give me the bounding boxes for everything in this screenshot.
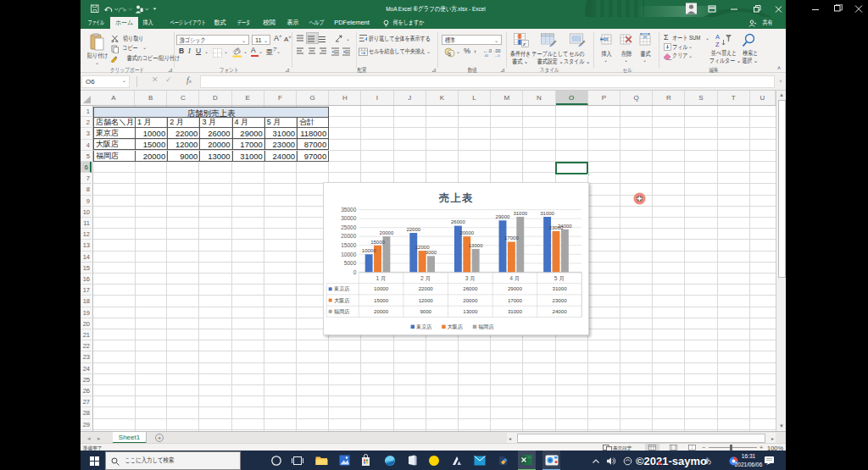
svg-text:10000: 10000 <box>374 285 389 291</box>
svg-text:福岡店: 福岡店 <box>334 308 350 315</box>
svg-text:20000: 20000 <box>341 233 356 239</box>
svg-text:2 月: 2 月 <box>420 275 431 282</box>
svg-text:23000: 23000 <box>553 297 568 303</box>
svg-text:.00: .00 <box>484 53 488 57</box>
svg-text:Z: Z <box>715 40 720 47</box>
svg-text:24000: 24000 <box>558 224 572 229</box>
svg-text:大阪店: 大阪店 <box>448 323 464 330</box>
svg-text:26000: 26000 <box>463 285 478 291</box>
svg-text:20000: 20000 <box>463 297 478 303</box>
svg-text:←.0: ←.0 <box>483 48 492 53</box>
svg-text:31000: 31000 <box>540 211 554 216</box>
svg-text:35000: 35000 <box>341 207 356 213</box>
svg-text:売上表: 売上表 <box>438 192 473 204</box>
svg-text:25000: 25000 <box>341 224 356 230</box>
svg-text:22000: 22000 <box>419 285 434 291</box>
svg-text:1 月: 1 月 <box>376 275 386 282</box>
svg-text:26000: 26000 <box>451 219 465 224</box>
svg-text:15000: 15000 <box>370 240 385 245</box>
svg-text:20000: 20000 <box>380 230 394 235</box>
svg-text:10000: 10000 <box>341 252 356 257</box>
svg-text:15000: 15000 <box>374 297 389 303</box>
svg-text:13000: 13000 <box>463 308 478 314</box>
svg-text:9000: 9000 <box>426 250 437 255</box>
svg-text:20000: 20000 <box>459 230 474 235</box>
svg-text:5000: 5000 <box>344 260 357 266</box>
svg-text:17000: 17000 <box>504 235 519 241</box>
svg-text:31000: 31000 <box>553 285 568 291</box>
svg-text:29000: 29000 <box>508 285 523 291</box>
svg-text:22000: 22000 <box>406 227 420 232</box>
svg-text:.00: .00 <box>494 48 501 53</box>
svg-text:29000: 29000 <box>496 214 510 219</box>
svg-text:15000: 15000 <box>341 242 356 248</box>
svg-text:17000: 17000 <box>508 297 523 303</box>
svg-text:5 月: 5 月 <box>554 275 565 282</box>
svg-text:9000: 9000 <box>420 308 431 314</box>
svg-text:24000: 24000 <box>553 308 568 314</box>
svg-text:12000: 12000 <box>419 297 434 303</box>
svg-text:大阪店: 大阪店 <box>334 297 350 304</box>
svg-text:12000: 12000 <box>415 245 430 250</box>
svg-text:東京店: 東京店 <box>416 323 432 330</box>
svg-text:0: 0 <box>353 269 357 275</box>
svg-text:10000: 10000 <box>362 248 376 253</box>
svg-text:z: z <box>522 41 526 46</box>
svg-text:31000: 31000 <box>513 211 527 216</box>
svg-text:→.0: →.0 <box>494 53 499 57</box>
svg-text:20000: 20000 <box>374 308 389 314</box>
svg-text:31000: 31000 <box>508 308 523 314</box>
svg-text:30000: 30000 <box>341 215 356 221</box>
svg-text:4 月: 4 月 <box>509 275 520 282</box>
svg-text:福岡店: 福岡店 <box>478 323 494 330</box>
svg-text:東京店: 東京店 <box>334 285 350 292</box>
svg-text:3 月: 3 月 <box>465 275 476 282</box>
svg-text:13000: 13000 <box>469 243 483 248</box>
